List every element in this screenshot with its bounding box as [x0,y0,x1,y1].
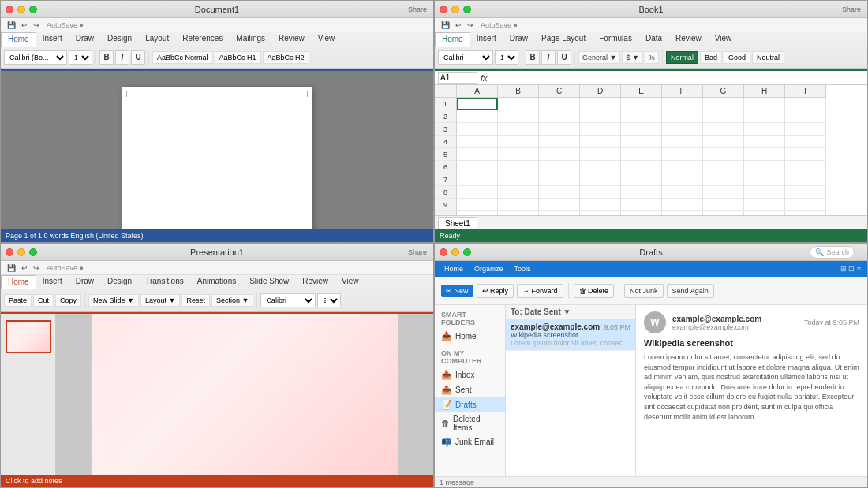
mail-folder-junk[interactable]: 📭 Junk Email [435,434,505,449]
word-minimize-button[interactable] [17,6,25,13]
mail-toolbar-home[interactable]: Home [441,264,466,274]
word-tab-view[interactable]: View [312,32,342,47]
word-maximize-button[interactable] [29,6,37,13]
excel-font-selector[interactable]: Calibri [438,50,493,65]
excel-cell-r9-c3[interactable] [580,199,621,211]
word-style-normal[interactable]: AaBbCc Normal [152,51,213,64]
ppt-section-btn[interactable]: Section ▼ [211,294,253,307]
mail-folder-inbox[interactable]: 📥 Inbox [435,367,505,382]
mail-toolbar-tools[interactable]: Tools [511,264,534,274]
excel-bold-btn[interactable]: B [526,50,540,65]
word-save-btn[interactable]: 💾 [6,20,17,30]
excel-col-b[interactable]: B [498,85,539,98]
word-style-heading1[interactable]: AaBbCc H1 [215,51,261,64]
word-share-btn[interactable]: Share [408,6,427,13]
excel-cell-r1-c4[interactable] [621,98,662,110]
mail-forward-btn[interactable]: → Forward [517,284,563,298]
word-underline-btn[interactable]: U [131,50,145,65]
excel-save-btn[interactable]: 💾 [440,20,451,30]
excel-tab-view[interactable]: View [709,32,739,47]
excel-cell-r7-c3[interactable] [580,173,621,186]
excel-underline-btn[interactable]: U [557,50,571,65]
mail-delete-btn[interactable]: 🗑 Delete [574,284,615,298]
excel-col-a[interactable]: A [457,85,498,98]
excel-cell-r1-c0[interactable] [457,98,498,110]
excel-cell-r7-c2[interactable] [539,173,580,186]
ppt-tab-slideshow[interactable]: Slide Show [243,275,296,289]
word-tab-review[interactable]: Review [272,32,312,47]
ppt-redo-btn[interactable]: ↪ [32,263,41,273]
ppt-slide-thumbnail-1[interactable] [6,320,51,353]
excel-cell-r4-c5[interactable] [662,136,703,148]
excel-cell-r1-c3[interactable] [580,98,621,110]
excel-cell-r8-c5[interactable] [662,186,703,199]
excel-cell-r5-c0[interactable] [457,148,498,161]
excel-cell-r3-c7[interactable] [744,123,785,136]
excel-number-format-btn[interactable]: General ▼ [578,51,620,64]
excel-tab-pagelayout[interactable]: Page Layout [535,32,593,47]
word-tab-insert[interactable]: Insert [36,32,69,47]
excel-currency-btn[interactable]: $ ▼ [622,51,642,64]
excel-cell-r4-c6[interactable] [703,136,744,148]
excel-cell-r1-c1[interactable] [498,98,539,110]
word-font-size-selector[interactable]: 11 [69,50,92,65]
ppt-paste-btn[interactable]: Paste [4,294,32,307]
excel-cell-r3-c0[interactable] [457,123,498,136]
excel-cell-r9-c6[interactable] [703,199,744,211]
excel-cell-r9-c7[interactable] [744,199,785,211]
excel-cell-r7-c7[interactable] [744,173,785,186]
excel-cell-r3-c4[interactable] [621,123,662,136]
ppt-copy-btn[interactable]: Copy [55,294,81,307]
word-canvas[interactable] [1,71,433,229]
excel-cell-r6-c1[interactable] [498,161,539,173]
excel-share-btn[interactable]: Share [842,6,861,13]
excel-cell-r2-c2[interactable] [539,110,580,123]
excel-cell-r4-c0[interactable] [457,136,498,148]
excel-col-f[interactable]: F [662,85,703,98]
excel-cell-r9-c5[interactable] [662,199,703,211]
excel-cell-r5-c8[interactable] [785,148,826,161]
ppt-tab-transitions[interactable]: Transitions [139,275,191,289]
excel-cell-r6-c2[interactable] [539,161,580,173]
excel-cell-r2-c0[interactable] [457,110,498,123]
excel-cell-r4-c1[interactable] [498,136,539,148]
excel-cell-r2-c7[interactable] [744,110,785,123]
excel-cell-r4-c8[interactable] [785,136,826,148]
excel-cell-r5-c7[interactable] [744,148,785,161]
excel-italic-btn[interactable]: I [541,50,556,65]
excel-cell-r5-c4[interactable] [621,148,662,161]
excel-col-c[interactable]: C [539,85,580,98]
excel-bad-style[interactable]: Bad [700,51,722,64]
excel-cell-r2-c1[interactable] [498,110,539,123]
excel-cell-r4-c3[interactable] [580,136,621,148]
ppt-undo-btn[interactable]: ↩ [20,263,29,273]
excel-col-i[interactable]: I [785,85,826,98]
excel-font-size-selector[interactable]: 11 [495,50,518,65]
mail-new-btn[interactable]: ✉ New [441,285,473,297]
mail-item-0[interactable]: example@example.com 9:05 PM Wikipedia sc… [506,319,635,351]
ppt-tab-home[interactable]: Home [1,275,36,289]
excel-cell-r2-c6[interactable] [703,110,744,123]
excel-cell-r1-c5[interactable] [662,98,703,110]
mail-notjunk-btn[interactable]: Not Junk [624,284,664,298]
excel-col-d[interactable]: D [580,85,621,98]
excel-cell-r4-c2[interactable] [539,136,580,148]
excel-col-h[interactable]: H [744,85,785,98]
excel-cell-reference[interactable] [438,72,477,84]
ppt-maximize-button[interactable] [29,248,37,256]
excel-cell-r1-c6[interactable] [703,98,744,110]
excel-cell-r9-c0[interactable] [457,199,498,211]
excel-cell-r9-c4[interactable] [621,199,662,211]
mail-toolbar-organize[interactable]: Organize [471,264,507,274]
excel-close-button[interactable] [440,6,447,13]
mail-reply-btn[interactable]: ↩ Reply [477,284,514,298]
excel-cell-r7-c1[interactable] [498,173,539,186]
ppt-tab-draw[interactable]: Draw [69,275,101,289]
ppt-main-area[interactable]: Click to add title Click to add subtitle [56,314,433,475]
excel-cell-r2-c3[interactable] [580,110,621,123]
word-italic-btn[interactable]: I [115,50,129,65]
ppt-tab-insert[interactable]: Insert [36,275,69,289]
excel-cell-r7-c6[interactable] [703,173,744,186]
excel-cell-r3-c3[interactable] [580,123,621,136]
word-tab-layout[interactable]: Layout [139,32,176,47]
